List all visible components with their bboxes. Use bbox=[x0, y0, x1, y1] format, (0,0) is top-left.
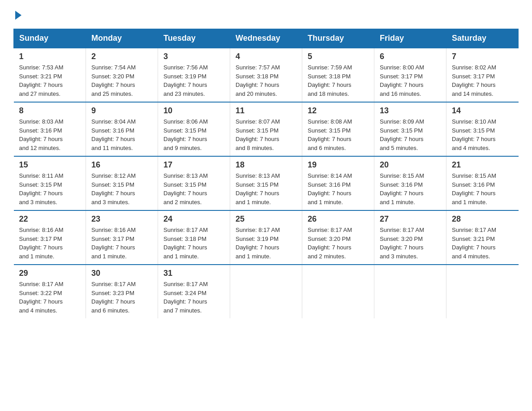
day-info: Sunrise: 8:09 AMSunset: 3:15 PMDaylight:… bbox=[380, 117, 441, 152]
day-info: Sunrise: 8:13 AMSunset: 3:15 PMDaylight:… bbox=[163, 171, 224, 206]
header-friday: Friday bbox=[374, 29, 446, 48]
day-number: 29 bbox=[19, 269, 81, 278]
day-info: Sunrise: 8:17 AMSunset: 3:21 PMDaylight:… bbox=[452, 226, 513, 261]
calendar-cell: 20Sunrise: 8:15 AMSunset: 3:16 PMDayligh… bbox=[374, 156, 446, 210]
calendar-cell bbox=[302, 265, 374, 318]
day-number: 28 bbox=[452, 214, 513, 224]
calendar-cell: 31Sunrise: 8:17 AMSunset: 3:24 PMDayligh… bbox=[158, 265, 230, 318]
day-info: Sunrise: 8:14 AMSunset: 3:16 PMDaylight:… bbox=[308, 171, 369, 206]
calendar-cell bbox=[374, 265, 446, 318]
day-number: 23 bbox=[91, 214, 152, 224]
day-info: Sunrise: 8:15 AMSunset: 3:16 PMDaylight:… bbox=[380, 171, 441, 206]
day-info: Sunrise: 8:12 AMSunset: 3:15 PMDaylight:… bbox=[91, 171, 152, 206]
day-number: 12 bbox=[308, 106, 369, 116]
calendar-cell: 29Sunrise: 8:17 AMSunset: 3:22 PMDayligh… bbox=[14, 265, 86, 318]
day-number: 15 bbox=[19, 160, 81, 170]
calendar-cell: 7Sunrise: 8:02 AMSunset: 3:17 PMDaylight… bbox=[446, 48, 519, 102]
day-info: Sunrise: 8:07 AMSunset: 3:15 PMDaylight:… bbox=[236, 117, 296, 152]
day-info: Sunrise: 8:17 AMSunset: 3:18 PMDaylight:… bbox=[163, 226, 224, 261]
calendar-cell: 17Sunrise: 8:13 AMSunset: 3:15 PMDayligh… bbox=[158, 156, 230, 210]
day-info: Sunrise: 7:53 AMSunset: 3:21 PMDaylight:… bbox=[19, 63, 81, 98]
calendar-cell: 28Sunrise: 8:17 AMSunset: 3:21 PMDayligh… bbox=[446, 210, 519, 265]
header-tuesday: Tuesday bbox=[158, 29, 230, 48]
calendar-cell: 25Sunrise: 8:17 AMSunset: 3:19 PMDayligh… bbox=[230, 210, 302, 265]
day-info: Sunrise: 8:17 AMSunset: 3:19 PMDaylight:… bbox=[236, 226, 296, 261]
header-wednesday: Wednesday bbox=[230, 29, 302, 48]
calendar-cell: 2Sunrise: 7:54 AMSunset: 3:20 PMDaylight… bbox=[86, 48, 158, 102]
calendar-week-row: 8Sunrise: 8:03 AMSunset: 3:16 PMDaylight… bbox=[14, 102, 519, 156]
calendar-cell: 9Sunrise: 8:04 AMSunset: 3:16 PMDaylight… bbox=[86, 102, 158, 156]
day-info: Sunrise: 8:17 AMSunset: 3:24 PMDaylight:… bbox=[163, 280, 224, 315]
day-info: Sunrise: 8:00 AMSunset: 3:17 PMDaylight:… bbox=[380, 63, 441, 98]
calendar-cell: 10Sunrise: 8:06 AMSunset: 3:15 PMDayligh… bbox=[158, 102, 230, 156]
calendar-cell: 14Sunrise: 8:10 AMSunset: 3:15 PMDayligh… bbox=[446, 102, 519, 156]
day-info: Sunrise: 8:17 AMSunset: 3:20 PMDaylight:… bbox=[380, 226, 441, 261]
day-info: Sunrise: 7:54 AMSunset: 3:20 PMDaylight:… bbox=[91, 63, 152, 98]
day-info: Sunrise: 8:03 AMSunset: 3:16 PMDaylight:… bbox=[19, 117, 81, 152]
day-info: Sunrise: 8:02 AMSunset: 3:17 PMDaylight:… bbox=[452, 63, 513, 98]
calendar-cell: 18Sunrise: 8:13 AMSunset: 3:15 PMDayligh… bbox=[230, 156, 302, 210]
calendar-cell: 3Sunrise: 7:56 AMSunset: 3:19 PMDaylight… bbox=[158, 48, 230, 102]
header-thursday: Thursday bbox=[302, 29, 374, 48]
logo bbox=[13, 9, 21, 20]
day-number: 16 bbox=[91, 160, 152, 170]
logo-arrow-icon bbox=[15, 11, 21, 20]
day-number: 20 bbox=[380, 160, 441, 170]
calendar-cell: 6Sunrise: 8:00 AMSunset: 3:17 PMDaylight… bbox=[374, 48, 446, 102]
calendar-cell: 26Sunrise: 8:17 AMSunset: 3:20 PMDayligh… bbox=[302, 210, 374, 265]
calendar-cell: 12Sunrise: 8:08 AMSunset: 3:15 PMDayligh… bbox=[302, 102, 374, 156]
day-number: 17 bbox=[163, 160, 224, 170]
day-number: 3 bbox=[163, 52, 224, 61]
calendar-cell: 16Sunrise: 8:12 AMSunset: 3:15 PMDayligh… bbox=[86, 156, 158, 210]
day-info: Sunrise: 8:08 AMSunset: 3:15 PMDaylight:… bbox=[308, 117, 369, 152]
day-number: 1 bbox=[19, 52, 81, 61]
calendar-cell: 5Sunrise: 7:59 AMSunset: 3:18 PMDaylight… bbox=[302, 48, 374, 102]
calendar-week-row: 29Sunrise: 8:17 AMSunset: 3:22 PMDayligh… bbox=[14, 265, 519, 318]
header-sunday: Sunday bbox=[14, 29, 86, 48]
calendar-cell: 1Sunrise: 7:53 AMSunset: 3:21 PMDaylight… bbox=[14, 48, 86, 102]
day-number: 19 bbox=[308, 160, 369, 170]
day-info: Sunrise: 8:17 AMSunset: 3:20 PMDaylight:… bbox=[308, 226, 369, 261]
day-info: Sunrise: 8:13 AMSunset: 3:15 PMDaylight:… bbox=[236, 171, 296, 206]
calendar-cell: 11Sunrise: 8:07 AMSunset: 3:15 PMDayligh… bbox=[230, 102, 302, 156]
day-number: 8 bbox=[19, 106, 81, 116]
day-info: Sunrise: 8:10 AMSunset: 3:15 PMDaylight:… bbox=[452, 117, 513, 152]
day-info: Sunrise: 7:59 AMSunset: 3:18 PMDaylight:… bbox=[308, 63, 369, 98]
calendar-cell bbox=[446, 265, 519, 318]
calendar-cell: 24Sunrise: 8:17 AMSunset: 3:18 PMDayligh… bbox=[158, 210, 230, 265]
calendar-cell: 30Sunrise: 8:17 AMSunset: 3:23 PMDayligh… bbox=[86, 265, 158, 318]
day-number: 27 bbox=[380, 214, 441, 224]
day-info: Sunrise: 8:04 AMSunset: 3:16 PMDaylight:… bbox=[91, 117, 152, 152]
day-info: Sunrise: 8:17 AMSunset: 3:22 PMDaylight:… bbox=[19, 280, 81, 315]
calendar-cell bbox=[230, 265, 302, 318]
day-number: 5 bbox=[308, 52, 369, 61]
day-number: 26 bbox=[308, 214, 369, 224]
day-number: 25 bbox=[236, 214, 296, 224]
day-number: 6 bbox=[380, 52, 441, 61]
day-number: 10 bbox=[163, 106, 224, 116]
calendar-header-row: SundayMondayTuesdayWednesdayThursdayFrid… bbox=[14, 29, 519, 48]
day-info: Sunrise: 7:57 AMSunset: 3:18 PMDaylight:… bbox=[236, 63, 296, 98]
day-info: Sunrise: 7:56 AMSunset: 3:19 PMDaylight:… bbox=[163, 63, 224, 98]
day-number: 18 bbox=[236, 160, 296, 170]
day-info: Sunrise: 8:11 AMSunset: 3:15 PMDaylight:… bbox=[19, 171, 81, 206]
calendar-week-row: 15Sunrise: 8:11 AMSunset: 3:15 PMDayligh… bbox=[14, 156, 519, 210]
calendar-cell: 23Sunrise: 8:16 AMSunset: 3:17 PMDayligh… bbox=[86, 210, 158, 265]
day-info: Sunrise: 8:15 AMSunset: 3:16 PMDaylight:… bbox=[452, 171, 513, 206]
header-saturday: Saturday bbox=[446, 29, 519, 48]
calendar-cell: 21Sunrise: 8:15 AMSunset: 3:16 PMDayligh… bbox=[446, 156, 519, 210]
calendar-week-row: 22Sunrise: 8:16 AMSunset: 3:17 PMDayligh… bbox=[14, 210, 519, 265]
day-number: 31 bbox=[163, 269, 224, 278]
calendar-table: SundayMondayTuesdayWednesdayThursdayFrid… bbox=[13, 29, 519, 318]
day-number: 13 bbox=[380, 106, 441, 116]
day-number: 14 bbox=[452, 106, 513, 116]
page-header bbox=[13, 9, 519, 20]
calendar-cell: 15Sunrise: 8:11 AMSunset: 3:15 PMDayligh… bbox=[14, 156, 86, 210]
day-number: 24 bbox=[163, 214, 224, 224]
day-number: 22 bbox=[19, 214, 81, 224]
day-info: Sunrise: 8:16 AMSunset: 3:17 PMDaylight:… bbox=[19, 226, 81, 261]
header-monday: Monday bbox=[86, 29, 158, 48]
day-number: 30 bbox=[91, 269, 152, 278]
day-number: 21 bbox=[452, 160, 513, 170]
calendar-cell: 27Sunrise: 8:17 AMSunset: 3:20 PMDayligh… bbox=[374, 210, 446, 265]
